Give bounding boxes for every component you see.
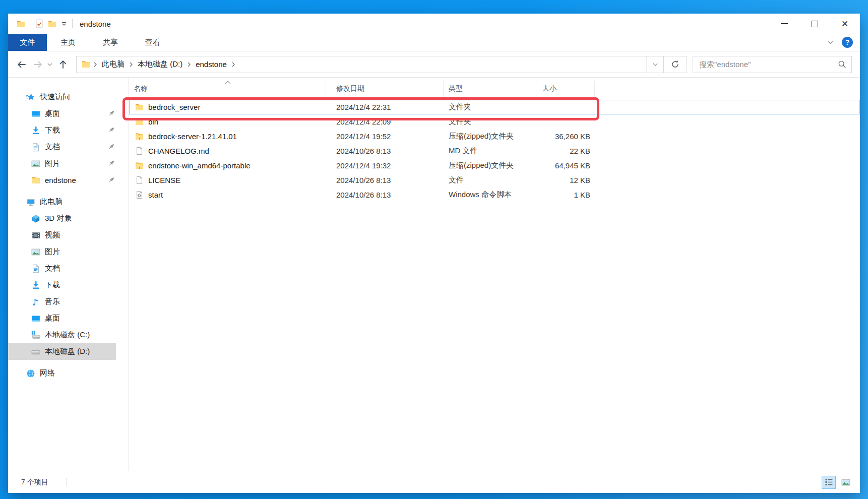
close-button[interactable]: ✕ bbox=[830, 14, 860, 34]
sidebar-item-videos[interactable]: 视频 bbox=[8, 227, 129, 243]
sidebar-item-pictures[interactable]: 图片 bbox=[8, 243, 129, 260]
column-header-type[interactable]: 类型 bbox=[444, 81, 533, 97]
file-date-modified: 2024/10/26 8:13 bbox=[326, 191, 444, 199]
file-date-modified: 2024/10/26 8:13 bbox=[326, 176, 444, 184]
sidebar-item-documents[interactable]: 文档 bbox=[8, 139, 129, 155]
recent-locations-chevron[interactable] bbox=[45, 56, 54, 73]
breadcrumb-item-this-pc[interactable]: 此电脑 bbox=[100, 58, 126, 70]
file-row-endstone-portable-zip[interactable]: endstone-win_amd64-portable2024/12/4 19:… bbox=[129, 158, 860, 173]
download-icon bbox=[31, 126, 40, 135]
sidebar-item-local-disk-c[interactable]: 本地磁盘 (C:) bbox=[8, 327, 129, 343]
pin-icon bbox=[107, 159, 115, 167]
help-button[interactable]: ? bbox=[842, 37, 853, 48]
ribbon-right-controls: ? bbox=[827, 34, 853, 51]
sidebar-item-label: 桌面 bbox=[45, 314, 60, 323]
file-name: bedrock-server-1.21.41.01 bbox=[148, 132, 237, 141]
address-bar[interactable]: 此电脑本地磁盘 (D:)endstone bbox=[76, 56, 664, 73]
drive-os-icon bbox=[31, 331, 40, 340]
tab-share[interactable]: 共享 bbox=[89, 34, 132, 51]
sidebar-item-3d-objects[interactable]: 3D 对象 bbox=[8, 210, 129, 227]
sidebar-item-label: 下载 bbox=[45, 280, 60, 290]
maximize-icon bbox=[812, 21, 818, 27]
sidebar-item-pictures[interactable]: 图片 bbox=[8, 155, 129, 172]
maximize-button[interactable] bbox=[799, 14, 830, 34]
drive-icon bbox=[31, 347, 40, 356]
sidebar: 快速访问桌面下载文档图片endstone此电脑3D 对象视频图片文档下载音乐桌面… bbox=[8, 78, 129, 471]
pin-icon bbox=[107, 109, 115, 117]
customize-toolbar-chevron-icon[interactable] bbox=[60, 20, 68, 27]
breadcrumb-chevron-icon bbox=[232, 61, 235, 67]
breadcrumb-item-local-disk-d[interactable]: 本地磁盘 (D:) bbox=[136, 58, 184, 70]
file-row-bedrock_server[interactable]: bedrock_server2024/12/4 22:31文件夹 bbox=[129, 100, 860, 114]
file-name: LICENSE bbox=[148, 176, 180, 184]
titlebar: endstone ✕ bbox=[8, 14, 860, 34]
sidebar-item-this-pc[interactable]: 此电脑 bbox=[8, 194, 129, 210]
refresh-button[interactable] bbox=[664, 56, 687, 73]
sidebar-item-label: 文档 bbox=[45, 264, 60, 273]
ribbon-tab-bar: 文件 主页共享查看 ? bbox=[8, 34, 860, 51]
column-header-size[interactable]: 大小 bbox=[533, 81, 595, 97]
content-area: 快速访问桌面下载文档图片endstone此电脑3D 对象视频图片文档下载音乐桌面… bbox=[8, 78, 860, 471]
window-title: endstone bbox=[80, 20, 111, 28]
sidebar-item-documents[interactable]: 文档 bbox=[8, 260, 129, 277]
sidebar-item-quick-access[interactable]: 快速访问 bbox=[8, 89, 129, 105]
sidebar-item-desktop[interactable]: 桌面 bbox=[8, 105, 129, 122]
sidebar-item-label: 3D 对象 bbox=[45, 214, 72, 223]
file-name: start bbox=[148, 191, 163, 199]
search-input[interactable] bbox=[699, 60, 838, 69]
up-button[interactable] bbox=[54, 56, 72, 73]
folder-icon bbox=[31, 176, 40, 185]
tab-file[interactable]: 文件 bbox=[8, 34, 47, 51]
sidebar-item-label: 此电脑 bbox=[40, 197, 63, 207]
breadcrumb: 此电脑本地磁盘 (D:)endstone bbox=[77, 58, 646, 70]
checkmark-document-icon[interactable] bbox=[35, 19, 44, 28]
sidebar-item-network[interactable]: 网络 bbox=[8, 365, 129, 382]
sidebar-item-endstone[interactable]: endstone bbox=[8, 172, 129, 189]
sidebar-item-label: endstone bbox=[45, 176, 76, 184]
sidebar-item-label: 快速访问 bbox=[40, 92, 70, 102]
file-type: 压缩(zipped)文件夹 bbox=[444, 161, 533, 170]
pin-icon bbox=[107, 143, 115, 151]
details-view-button[interactable] bbox=[822, 476, 836, 489]
file-row-start[interactable]: start2024/10/26 8:13Windows 命令脚本1 KB bbox=[129, 188, 860, 202]
address-dropdown-chevron[interactable] bbox=[646, 56, 663, 73]
file-row-bin[interactable]: bin2024/12/4 22:09文件夹 bbox=[129, 114, 860, 129]
file-row-bedrock-server-zip[interactable]: bedrock-server-1.21.41.012024/12/4 19:52… bbox=[129, 129, 860, 144]
script-icon bbox=[135, 191, 144, 199]
breadcrumb-item-endstone[interactable]: endstone bbox=[194, 59, 228, 70]
tab-view[interactable]: 查看 bbox=[132, 34, 174, 51]
document-icon bbox=[31, 264, 40, 273]
picture-icon bbox=[31, 247, 40, 257]
pin-icon bbox=[107, 176, 115, 184]
minimize-button[interactable] bbox=[769, 14, 799, 34]
back-button[interactable] bbox=[13, 56, 30, 73]
music-icon bbox=[31, 297, 40, 306]
folder-icon bbox=[135, 117, 144, 126]
folder-icon[interactable] bbox=[48, 20, 56, 28]
sidebar-item-local-disk-d[interactable]: 本地磁盘 (D:) bbox=[8, 343, 129, 360]
download-icon bbox=[31, 281, 40, 290]
file-row-changelog-md[interactable]: CHANGELOG.md2024/10/26 8:13MD 文件22 KB bbox=[129, 144, 860, 158]
address-folder-icon[interactable] bbox=[82, 60, 90, 69]
collapse-ribbon-chevron-icon[interactable] bbox=[827, 39, 834, 46]
toolbar-separator bbox=[30, 19, 30, 28]
sidebar-item-downloads[interactable]: 下载 bbox=[8, 277, 129, 293]
column-header-name[interactable]: 名称 bbox=[129, 81, 326, 97]
sidebar-item-music[interactable]: 音乐 bbox=[8, 293, 129, 310]
pin-icon bbox=[107, 126, 115, 134]
column-header-label: 修改日期 bbox=[336, 84, 364, 93]
file-name: CHANGELOG.md bbox=[148, 147, 209, 155]
thumbnail-view-button[interactable] bbox=[839, 476, 853, 489]
sort-ascending-icon bbox=[225, 81, 231, 84]
file-type: 文件夹 bbox=[444, 102, 533, 112]
file-size: 1 KB bbox=[533, 191, 595, 199]
column-header-date-modified[interactable]: 修改日期 bbox=[326, 81, 444, 97]
tab-home[interactable]: 主页 bbox=[47, 34, 89, 51]
file-row-license[interactable]: LICENSE2024/10/26 8:13文件12 KB bbox=[129, 173, 860, 188]
sidebar-item-label: 本地磁盘 (D:) bbox=[45, 347, 90, 356]
network-icon bbox=[26, 369, 35, 378]
sidebar-item-downloads[interactable]: 下载 bbox=[8, 122, 129, 139]
forward-button[interactable] bbox=[30, 56, 45, 73]
sidebar-item-desktop[interactable]: 桌面 bbox=[8, 310, 129, 327]
computer-icon bbox=[26, 198, 35, 207]
